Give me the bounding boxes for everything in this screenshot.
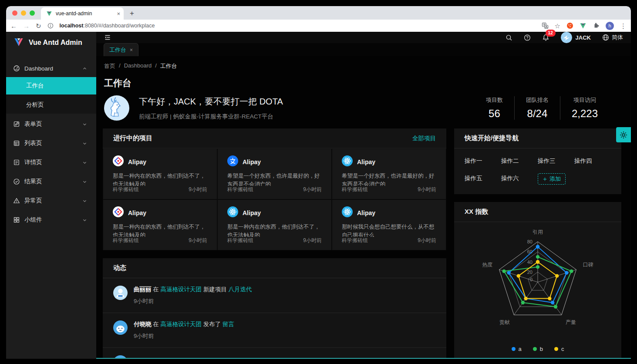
help-question-icon[interactable] — [524, 34, 531, 41]
block-icon — [13, 216, 20, 223]
project-card[interactable]: Alipay那时候我只会想自己想要什么，从不想自己拥有什么科学搬砖组9小时前 — [332, 199, 446, 250]
search-icon[interactable] — [506, 34, 512, 41]
sidebar-item-5[interactable]: 异常页 — [6, 192, 96, 209]
menu-fold-icon[interactable] — [104, 34, 111, 41]
activity-link[interactable]: 八月迭代 — [229, 286, 252, 293]
project-group[interactable]: 科学搬砖组 — [342, 237, 368, 244]
project-card[interactable]: Alipay希望是一个好东西，也许是最好的，好东西是不会消亡的科学搬砖组9小时前 — [217, 148, 332, 199]
svg-text:贡献: 贡献 — [499, 319, 510, 325]
project-group[interactable]: 科学搬砖组 — [113, 237, 139, 244]
alipay-icon — [227, 155, 238, 168]
page-tab-workplace[interactable]: 工作台 × — [104, 43, 138, 56]
browser-menu-icon[interactable]: ⋮ — [620, 23, 627, 29]
project-group[interactable]: 科学搬砖组 — [342, 186, 368, 193]
quick-link-操作四[interactable]: 操作四 — [574, 157, 611, 165]
project-name[interactable]: Alipay — [243, 158, 261, 165]
sidebar-item-4[interactable]: 结果页 — [6, 173, 96, 190]
sidebar-subitem-工作台[interactable]: 工作台 — [6, 77, 96, 94]
legend-item-b[interactable]: b — [533, 346, 543, 352]
page-tab-close-icon[interactable]: × — [130, 47, 133, 53]
sidebar-subitem-分析页[interactable]: 分析页 — [6, 96, 96, 114]
translate-icon[interactable] — [542, 22, 549, 29]
app-logo[interactable]: Vue Antd Admin — [6, 32, 96, 54]
activity-text: 发布了 — [202, 321, 222, 327]
project-card[interactable]: Alipay希望是一个好东西，也许是最好的，好东西是不会消亡的科学搬砖组9小时前 — [332, 148, 446, 199]
quick-link-操作三[interactable]: 操作三 — [538, 157, 574, 165]
legend-label: c — [561, 346, 564, 352]
sidebar-item-dashboard[interactable]: Dashboard — [6, 60, 96, 77]
activity-link[interactable]: 高逼格设计天团 — [161, 321, 202, 327]
quick-link-操作六[interactable]: 操作六 — [501, 175, 538, 185]
minimize-window-button[interactable] — [21, 10, 26, 16]
quick-link-操作二[interactable]: 操作二 — [501, 157, 538, 165]
legend-item-c[interactable]: c — [554, 346, 564, 352]
page-info-icon[interactable] — [47, 23, 54, 29]
quick-link-操作一[interactable]: 操作一 — [465, 157, 501, 165]
project-card[interactable]: Alipay那是一种内在的东西，他们到达不了，也无法触及的科学搬砖组9小时前 — [103, 199, 217, 250]
browser-toolbar: ← → ↻ localhost:8080/#/dashboard/workpla… — [6, 20, 631, 32]
project-description: 那是一种内在的东西，他们到达不了，也无法触及的 — [113, 172, 207, 186]
sidebar-item-6[interactable]: 小组件 — [6, 211, 96, 229]
project-group[interactable]: 科学搬砖组 — [227, 237, 253, 244]
react-icon — [227, 206, 238, 219]
breadcrumb-dashboard[interactable]: Dashboard — [124, 62, 152, 70]
project-name[interactable]: Alipay — [357, 209, 375, 216]
page-tab-bar: 工作台 × — [96, 43, 631, 56]
project-description: 那时候我只会想自己想要什么，从不想自己拥有什么 — [342, 223, 436, 237]
activity-user[interactable]: 付晓晓 — [134, 321, 152, 327]
macos-window-controls[interactable] — [6, 10, 41, 20]
sidebar-item-label: 列表页 — [24, 139, 78, 147]
activity-link[interactable]: 留言 — [222, 321, 234, 327]
activity-link[interactable]: 高逼格设计天团 — [161, 286, 202, 293]
tab-close-icon[interactable]: × — [117, 10, 120, 17]
all-projects-link[interactable]: 全部项目 — [412, 135, 436, 142]
quick-link-操作五[interactable]: 操作五 — [465, 175, 501, 185]
sidebar-menu: Dashboard工作台分析页表单页列表页详情页结果页异常页小组件 — [6, 60, 96, 229]
browser-tab[interactable]: vue-antd-admin × — [41, 7, 124, 20]
browser-tab-strip: vue-antd-admin × + — [6, 6, 631, 20]
url-path: :8080/#/dashboard/workplace — [83, 23, 155, 29]
extension-orange-icon[interactable] — [566, 22, 573, 29]
project-name[interactable]: Alipay — [243, 209, 261, 216]
activity-user[interactable]: 曲丽丽 — [134, 286, 152, 293]
breadcrumb-home[interactable]: 首页 — [104, 62, 115, 70]
language-switch[interactable]: 简体 — [602, 34, 623, 41]
sidebar-item-3[interactable]: 详情页 — [6, 154, 96, 171]
sidebar-item-2[interactable]: 列表页 — [6, 135, 96, 152]
activity-time: 9小时前 — [134, 297, 252, 305]
project-group[interactable]: 科学搬砖组 — [113, 186, 139, 193]
extensions-puzzle-icon[interactable] — [593, 22, 600, 29]
add-button[interactable]: 添加 — [538, 173, 566, 185]
svg-text:热度: 热度 — [482, 262, 492, 268]
check-circle-icon — [13, 178, 20, 185]
browser-profile-avatar[interactable]: h — [606, 22, 614, 30]
svg-text:产量: 产量 — [566, 319, 576, 325]
maximize-window-button[interactable] — [30, 10, 35, 16]
project-name[interactable]: Alipay — [128, 158, 146, 165]
reload-icon[interactable]: ↻ — [36, 23, 41, 29]
legend-dot — [554, 347, 558, 351]
user-menu[interactable]: JACK — [561, 32, 591, 43]
project-card[interactable]: Alipay那是一种内在的东西，他们到达不了，也无法触及的科学搬砖组9小时前 — [103, 148, 217, 199]
svg-text:引用: 引用 — [533, 230, 543, 235]
plus-icon — [543, 177, 547, 182]
bookmark-star-icon[interactable]: ☆ — [555, 23, 560, 29]
url-bar[interactable]: localhost:8080/#/dashboard/workplace — [60, 23, 536, 29]
settings-gear-button[interactable] — [616, 127, 631, 142]
sidebar-item-label: 结果页 — [24, 178, 78, 185]
notifications-bell-icon[interactable]: 12 — [542, 34, 549, 41]
new-tab-button[interactable]: + — [124, 9, 140, 20]
project-card[interactable]: Alipay那是一种内在的东西，他们到达不了，也无法触及的科学搬砖组9小时前 — [217, 199, 332, 250]
legend-label: a — [519, 346, 522, 352]
project-time: 9小时前 — [189, 186, 207, 193]
vue-devtools-icon[interactable] — [580, 22, 586, 29]
svg-text:80: 80 — [527, 239, 533, 244]
project-name[interactable]: Alipay — [128, 209, 146, 216]
project-name[interactable]: Alipay — [357, 158, 375, 165]
project-time: 9小时前 — [418, 237, 436, 244]
close-window-button[interactable] — [12, 10, 17, 16]
project-group[interactable]: 科学搬砖组 — [227, 186, 253, 193]
legend-item-a[interactable]: a — [512, 346, 522, 352]
back-icon[interactable]: ← — [10, 23, 17, 29]
sidebar-item-1[interactable]: 表单页 — [6, 115, 96, 133]
